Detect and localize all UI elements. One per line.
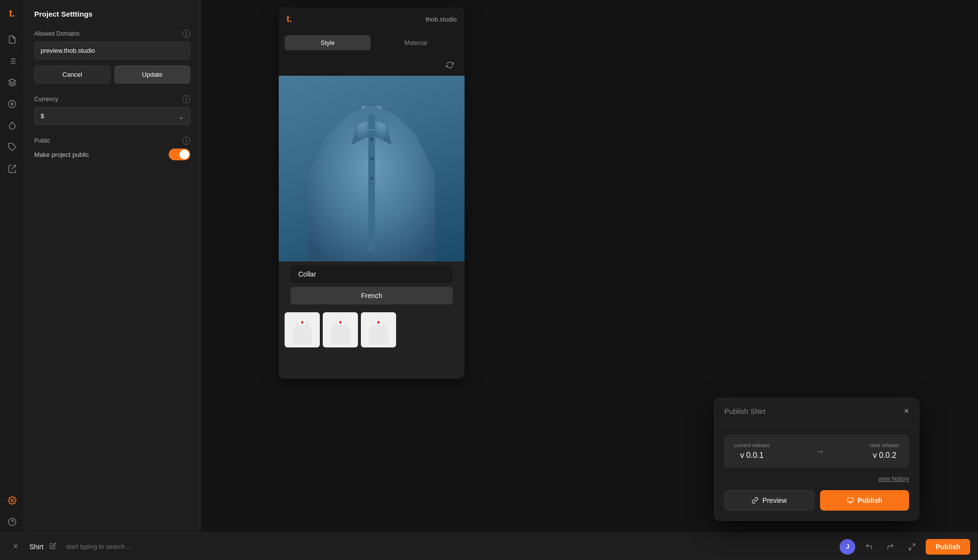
svg-line-27	[913, 544, 915, 546]
toggle-knob	[179, 150, 189, 159]
update-button[interactable]: Update	[114, 65, 191, 84]
collar-section: Collar French	[279, 261, 465, 308]
sidebar-icon-list[interactable]	[3, 52, 21, 70]
bottom-undo-button[interactable]	[861, 539, 877, 555]
bottom-close-button[interactable]: ×	[8, 539, 23, 555]
preview-tab-bar: Style Material	[279, 31, 465, 54]
dialog-body: current release v 0.0.1 → next release v…	[714, 425, 919, 520]
currency-info-icon[interactable]: i	[182, 95, 190, 103]
cancel-button[interactable]: Cancel	[34, 65, 111, 84]
publish-dialog-button[interactable]: Publish	[820, 490, 909, 511]
sidebar: t.	[0, 0, 24, 560]
sidebar-icon-puzzle[interactable]	[3, 138, 21, 156]
current-release-version: v 0.0.1	[734, 451, 770, 460]
refresh-row	[279, 54, 465, 76]
bottom-expand-button[interactable]	[904, 539, 920, 555]
shirt-preview-image	[279, 76, 465, 261]
main-content: t. thob.studio Style Material	[200, 0, 978, 560]
preview-window: t. thob.studio Style Material	[279, 7, 465, 379]
dialog-title: Publish Shirt	[724, 407, 765, 415]
public-toggle[interactable]	[169, 149, 190, 160]
allowed-domains-input[interactable]	[34, 42, 190, 60]
svg-rect-19	[301, 321, 303, 323]
sidebar-icon-droplet[interactable]	[3, 117, 21, 134]
current-release-label: current release	[734, 442, 770, 448]
svg-line-28	[909, 547, 911, 550]
svg-point-7	[8, 101, 16, 108]
bottom-bar: × Shirt J Publish	[0, 533, 978, 560]
tab-material[interactable]: Material	[373, 35, 459, 50]
svg-point-16	[370, 157, 373, 160]
sidebar-icon-settings[interactable]	[3, 492, 21, 509]
dialog-close-button[interactable]: ×	[904, 406, 909, 416]
bottom-redo-button[interactable]	[883, 539, 898, 555]
collar-label: Collar	[290, 265, 453, 283]
app-logo[interactable]: t.	[9, 8, 15, 19]
preview-button[interactable]: Preview	[724, 490, 814, 511]
thumbnail-3[interactable]	[361, 312, 396, 347]
view-history-link[interactable]: view history	[724, 475, 909, 482]
next-release-version: v 0.0.2	[870, 451, 899, 460]
currency-select[interactable]: $ € £ ¥	[34, 107, 190, 125]
sidebar-icon-export[interactable]	[3, 160, 21, 177]
svg-point-15	[370, 138, 373, 141]
allowed-domains-label: Allowed Domains i	[34, 30, 190, 38]
next-release-block: next release v 0.0.2	[870, 442, 899, 460]
svg-point-8	[11, 103, 13, 106]
public-info-icon[interactable]: i	[182, 137, 190, 145]
next-release-label: next release	[870, 442, 899, 448]
public-toggle-row: Make project public	[34, 149, 190, 160]
publish-dialog: Publish Shirt × current release v 0.0.1 …	[714, 398, 919, 521]
svg-point-10	[11, 499, 13, 502]
preview-domain: thob.studio	[425, 16, 457, 23]
dialog-header: Publish Shirt ×	[714, 398, 919, 425]
french-collar-option[interactable]: French	[290, 287, 453, 304]
preview-logo: t.	[287, 14, 292, 24]
version-arrow-icon: →	[815, 446, 825, 457]
svg-rect-23	[378, 321, 379, 323]
svg-rect-14	[368, 115, 375, 252]
bottom-publish-button[interactable]: Publish	[926, 539, 970, 555]
monitor-icon	[847, 497, 854, 504]
current-release-block: current release v 0.0.1	[734, 442, 770, 460]
svg-rect-21	[339, 321, 341, 323]
svg-point-17	[370, 177, 373, 180]
allowed-domains-info-icon[interactable]: i	[182, 30, 190, 38]
link-icon	[752, 497, 758, 504]
sidebar-icon-layers[interactable]	[3, 74, 21, 91]
refresh-icon[interactable]	[443, 58, 457, 72]
currency-label: Currency i	[34, 95, 190, 103]
thumbnail-row	[279, 308, 465, 351]
tab-style[interactable]: Style	[285, 35, 371, 50]
preview-header: t. thob.studio	[279, 7, 465, 31]
thumbnail-2[interactable]	[323, 312, 358, 347]
sidebar-icon-globe[interactable]	[3, 95, 21, 113]
panel-title: Project Setttings	[34, 10, 190, 18]
version-row: current release v 0.0.1 → next release v…	[724, 434, 909, 468]
preview-button-label: Preview	[762, 496, 787, 504]
publish-dialog-button-label: Publish	[858, 496, 883, 504]
sidebar-icon-file[interactable]	[3, 31, 21, 48]
bottom-search-input[interactable]	[62, 539, 834, 554]
public-toggle-label: Make project public	[34, 151, 89, 158]
sidebar-icon-help[interactable]	[3, 513, 21, 531]
currency-select-wrapper: $ € £ ¥ ⌄	[34, 107, 190, 125]
bottom-edit-icon[interactable]	[49, 542, 56, 551]
bottom-item-name: Shirt	[29, 543, 44, 551]
dialog-actions: Preview Publish	[724, 490, 909, 511]
public-label: Public i	[34, 137, 190, 145]
svg-marker-6	[8, 79, 16, 83]
bottom-avatar: J	[840, 539, 855, 555]
svg-rect-24	[847, 498, 853, 502]
domain-actions: Cancel Update	[34, 65, 190, 84]
thumbnail-1[interactable]	[285, 312, 320, 347]
left-panel: Project Setttings Allowed Domains i Canc…	[24, 0, 200, 560]
